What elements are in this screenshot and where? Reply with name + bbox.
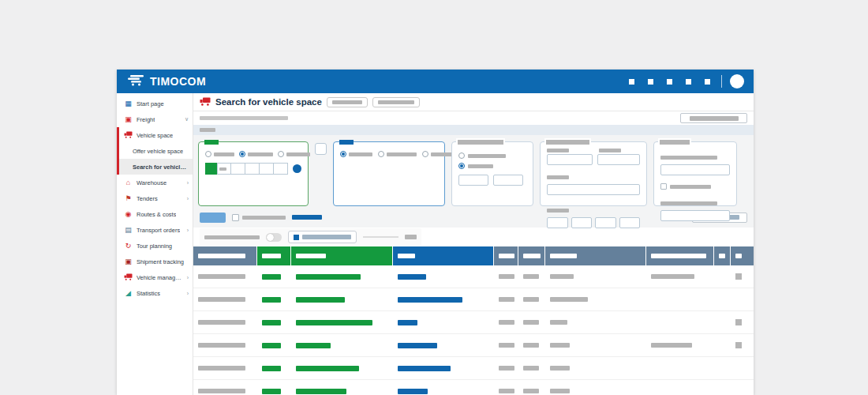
row-action-icon[interactable] bbox=[735, 273, 742, 280]
radio-button-selected[interactable] bbox=[458, 163, 465, 169]
chevron-right-icon: › bbox=[187, 180, 189, 186]
table-header-cell[interactable] bbox=[193, 246, 256, 265]
cell-value-placeholder bbox=[550, 274, 574, 279]
user-avatar[interactable] bbox=[730, 74, 744, 88]
table-header-cell[interactable] bbox=[518, 246, 544, 265]
sidebar-item-transport-orders[interactable]: ▤Transport orders› bbox=[117, 222, 193, 238]
cell-value-placeholder bbox=[499, 343, 514, 348]
table-header-cell[interactable] bbox=[714, 246, 730, 265]
title-action-button-2[interactable] bbox=[372, 97, 420, 107]
header-menu-icon[interactable] bbox=[705, 79, 710, 85]
view-options-button[interactable] bbox=[288, 231, 357, 243]
row-action-icon[interactable] bbox=[735, 342, 742, 348]
segment-input[interactable] bbox=[217, 163, 231, 175]
small-input[interactable] bbox=[571, 217, 593, 228]
text-input[interactable] bbox=[547, 154, 593, 165]
sidebar-item-warehouse[interactable]: ⌂Warehouse› bbox=[117, 175, 193, 190]
cell-value-placeholder bbox=[296, 274, 361, 280]
date-input[interactable] bbox=[493, 175, 523, 186]
radio-button[interactable] bbox=[378, 151, 384, 157]
toggle-switch[interactable] bbox=[266, 233, 282, 242]
field-label-placeholder bbox=[547, 175, 569, 179]
panel-link-checkbox[interactable] bbox=[315, 143, 327, 155]
table-row[interactable] bbox=[193, 288, 754, 311]
title-action-button-1[interactable] bbox=[327, 97, 368, 107]
table-cell bbox=[193, 274, 256, 279]
radio-option[interactable] bbox=[378, 151, 417, 157]
radio-button[interactable] bbox=[458, 152, 465, 159]
text-input[interactable] bbox=[597, 154, 640, 165]
blue-dot-indicator[interactable] bbox=[293, 164, 301, 173]
search-button[interactable] bbox=[200, 213, 226, 223]
segment-input[interactable] bbox=[245, 163, 260, 175]
header-menu-icon[interactable] bbox=[686, 79, 691, 85]
option-checkbox[interactable] bbox=[660, 183, 667, 190]
text-input[interactable] bbox=[547, 184, 640, 195]
sidebar-item-vehicle-space[interactable]: Vehicle space bbox=[117, 127, 193, 143]
table-row[interactable] bbox=[193, 380, 754, 395]
small-input[interactable] bbox=[547, 217, 568, 228]
cell-value-placeholder bbox=[198, 366, 245, 371]
header-menu-icon[interactable] bbox=[648, 79, 653, 85]
sidebar-item-tenders[interactable]: ⚑Tenders› bbox=[117, 190, 193, 206]
sidebar-item-start-page[interactable]: ▦Start page bbox=[117, 96, 193, 111]
row-action-icon[interactable] bbox=[735, 319, 742, 325]
table-cell bbox=[257, 366, 290, 371]
segment-input[interactable] bbox=[274, 163, 288, 175]
small-input[interactable] bbox=[595, 217, 616, 228]
top-right-button[interactable] bbox=[680, 113, 747, 123]
table-cell bbox=[257, 274, 290, 280]
radio-button[interactable] bbox=[278, 151, 284, 157]
table-cell bbox=[731, 273, 748, 280]
radio-button[interactable] bbox=[422, 151, 428, 157]
table-header-cell[interactable] bbox=[646, 246, 713, 265]
header-menu-icon[interactable] bbox=[629, 79, 634, 85]
field-label-placeholder bbox=[547, 209, 569, 213]
radio-button[interactable] bbox=[205, 151, 211, 157]
table-row[interactable] bbox=[193, 265, 754, 288]
table-header-cell[interactable] bbox=[291, 246, 392, 265]
radio-button-selected[interactable] bbox=[340, 151, 346, 157]
sidebar-item-search-for-vehicle-space[interactable]: Search for vehicle space bbox=[117, 159, 193, 175]
table-header-cell[interactable] bbox=[494, 246, 518, 265]
table-row[interactable] bbox=[193, 334, 754, 357]
sidebar-item-freight[interactable]: ▣Freight∨ bbox=[117, 111, 193, 127]
table-header-cell[interactable] bbox=[545, 246, 645, 265]
date-input[interactable] bbox=[458, 175, 488, 186]
table-row[interactable] bbox=[193, 311, 754, 334]
save-search-option[interactable] bbox=[232, 214, 286, 221]
radio-button-selected[interactable] bbox=[239, 151, 245, 157]
segment-input[interactable] bbox=[231, 163, 245, 175]
table-row[interactable] bbox=[193, 357, 754, 380]
small-input[interactable] bbox=[619, 217, 641, 228]
header-menu-icon[interactable] bbox=[667, 79, 672, 85]
checkbox-label-placeholder bbox=[242, 216, 286, 220]
text-input[interactable] bbox=[660, 210, 730, 221]
table-cell bbox=[393, 366, 493, 371]
sidebar-item-statistics[interactable]: ◢Statistics› bbox=[117, 285, 193, 301]
radio-option[interactable] bbox=[340, 151, 372, 157]
sidebar-item-vehicle-management[interactable]: Vehicle management› bbox=[117, 269, 193, 285]
radio-option[interactable] bbox=[278, 151, 310, 157]
action-checkbox[interactable] bbox=[232, 214, 239, 221]
table-header-cell[interactable] bbox=[731, 246, 754, 265]
sidebar-item-routes-costs[interactable]: ◉Routes & costs bbox=[117, 206, 193, 222]
cell-value-placeholder bbox=[296, 389, 346, 394]
sidebar-item-tour-planning[interactable]: ↻Tour planning bbox=[117, 238, 193, 254]
text-input[interactable] bbox=[660, 164, 730, 175]
document-icon: ▤ bbox=[124, 227, 133, 234]
sidebar-item-shipment-tracking[interactable]: ▣Shipment tracking bbox=[117, 254, 193, 269]
filter-section-header[interactable] bbox=[193, 125, 754, 135]
cell-value-placeholder bbox=[499, 274, 514, 279]
brand[interactable]: TIMOCOM bbox=[126, 74, 206, 89]
table-cell bbox=[646, 274, 713, 279]
toolbar-count-placeholder bbox=[405, 235, 417, 239]
segment-input[interactable] bbox=[260, 163, 274, 175]
sidebar-item-offer-vehicle-space[interactable]: Offer vehicle space bbox=[117, 143, 193, 159]
cell-value-placeholder bbox=[398, 366, 451, 371]
radio-option[interactable] bbox=[239, 151, 273, 157]
reset-link[interactable] bbox=[292, 215, 322, 220]
radio-option[interactable] bbox=[205, 151, 234, 157]
table-header-cell[interactable] bbox=[257, 246, 290, 265]
table-header-cell[interactable] bbox=[393, 246, 493, 265]
